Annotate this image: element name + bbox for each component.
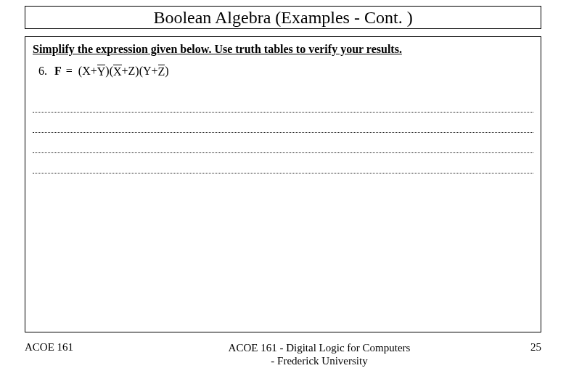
work-line bbox=[33, 133, 533, 153]
equation: 6. F = (X + Y)(X + Z)(Y + Z) bbox=[38, 65, 533, 78]
work-lines bbox=[33, 92, 533, 173]
variable: X bbox=[82, 65, 91, 78]
footer-left: ACOE 161 bbox=[25, 341, 155, 354]
plus-operator: + bbox=[122, 65, 128, 78]
work-line bbox=[33, 92, 533, 113]
slide-title-box: Boolean Algebra (Examples - Cont. ) bbox=[25, 6, 541, 29]
equation-rhs: (X + Y)(X + Z)(Y + Z) bbox=[78, 65, 169, 78]
footer-center-line2: - Frederick University bbox=[155, 354, 483, 367]
content-box: Simplify the expression given below. Use… bbox=[25, 36, 541, 332]
footer: ACOE 161 ACOE 161 - Digital Logic for Co… bbox=[25, 341, 541, 367]
work-line bbox=[33, 153, 533, 173]
instruction-text: Simplify the expression given below. Use… bbox=[33, 43, 533, 56]
work-line bbox=[33, 113, 533, 133]
footer-page-number: 25 bbox=[483, 341, 541, 354]
equation-lhs: F bbox=[54, 65, 62, 78]
equation-number: 6. bbox=[38, 65, 47, 78]
variable: Z bbox=[128, 65, 136, 78]
paren-close: ) bbox=[165, 65, 168, 78]
variable: Y bbox=[143, 65, 152, 78]
plus-operator: + bbox=[91, 65, 97, 78]
equation-equals: = bbox=[66, 65, 73, 78]
variable: X bbox=[113, 65, 122, 78]
plus-operator: + bbox=[152, 65, 158, 78]
footer-center-line1: ACOE 161 - Digital Logic for Computers bbox=[155, 341, 483, 354]
footer-center: ACOE 161 - Digital Logic for Computers -… bbox=[155, 341, 483, 367]
variable: Z bbox=[158, 65, 165, 78]
slide-title: Boolean Algebra (Examples - Cont. ) bbox=[153, 8, 412, 28]
variable: Y bbox=[97, 65, 106, 78]
